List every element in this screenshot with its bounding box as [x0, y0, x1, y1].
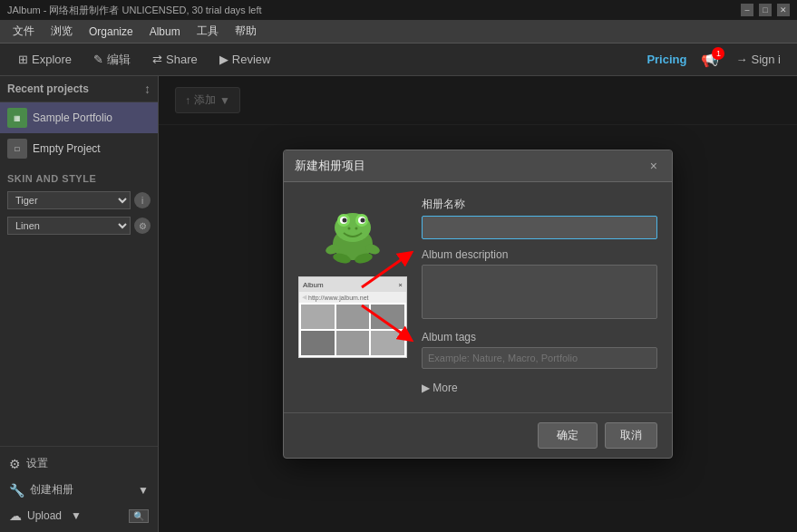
dialog-close-button[interactable]: × — [646, 159, 661, 173]
notification-button[interactable]: 📢 1 — [695, 47, 724, 72]
edit-button[interactable]: ✎ 编辑 — [84, 48, 140, 72]
album-description-textarea[interactable] — [422, 265, 657, 319]
notification-badge: 1 — [712, 47, 724, 60]
share-button[interactable]: ⇄ Share — [143, 49, 207, 70]
project-icon-sample: ▦ — [7, 108, 27, 128]
recent-projects-label: Recent projects — [7, 82, 89, 95]
svg-point-7 — [361, 218, 365, 223]
album-tags-label: Album tags — [422, 331, 657, 343]
preview-close: × — [398, 281, 403, 289]
album-preview-titlebar: Album × — [299, 277, 406, 292]
sidebar: Recent projects ↕ ▦ Sample Portfolio □ E… — [0, 76, 159, 532]
nav-back: ◀ — [302, 294, 306, 301]
svg-point-8 — [348, 227, 351, 230]
edit-icon: ✎ — [93, 53, 103, 66]
frog-mascot — [316, 197, 389, 269]
project-thumbnail: ▦ — [14, 114, 21, 122]
project-icon-empty: □ — [7, 139, 27, 159]
explore-button[interactable]: ⊞ Explore — [9, 49, 81, 70]
project-thumbnail-empty: □ — [15, 145, 20, 153]
signin-icon: → — [735, 53, 747, 66]
menu-item-help[interactable]: 帮助 — [228, 21, 264, 42]
album-preview-content — [299, 303, 406, 357]
thumb-5 — [336, 331, 370, 355]
album-name-input[interactable] — [422, 216, 657, 239]
window-title: JAlbum - 网络相册制作者 UNLICENSED, 30 trial da… — [7, 4, 262, 17]
album-preview: Album × ◀ http://www.jalbum.net — [298, 276, 407, 358]
menu-bar: 文件 浏览 Organize Album 工具 帮助 — [0, 20, 797, 44]
new-album-dialog: 新建相册项目 × — [283, 150, 673, 459]
content-area: ↑ 添加 ▼ 新建相册项目 × — [159, 76, 797, 532]
share-icon: ⇄ — [152, 53, 162, 66]
dialog-overlay: 新建相册项目 × — [159, 76, 797, 532]
dialog-mascot-column: Album × ◀ http://www.jalbum.net — [298, 197, 407, 398]
pricing-link[interactable]: Pricing — [641, 49, 692, 70]
explore-icon: ⊞ — [18, 53, 28, 66]
album-description-label: Album description — [422, 248, 657, 261]
style-select-row: Linen ⚙ — [0, 213, 158, 238]
svg-point-9 — [355, 227, 358, 230]
album-tags-input[interactable] — [422, 347, 657, 369]
svg-point-6 — [343, 218, 347, 223]
skin-style-section: Skin and style — [0, 164, 158, 188]
close-window-button[interactable]: ✕ — [777, 4, 790, 16]
dialog-form: 相册名称 Album description Album tags ▶ More — [422, 197, 657, 398]
top-nav-bar: ⊞ Explore ✎ 编辑 ⇄ Share ▶ Review Pricing … — [0, 44, 797, 76]
upload-button[interactable]: ☁ Upload ▼ 🔍 — [0, 503, 158, 528]
create-icon: 🔧 — [9, 483, 24, 498]
dialog-footer: 确定 取消 — [284, 412, 672, 458]
thumb-6 — [371, 331, 404, 355]
sidebar-item-empty-project[interactable]: □ Empty Project — [0, 133, 158, 164]
menu-item-organize[interactable]: Organize — [82, 23, 141, 41]
minimize-button[interactable]: – — [741, 4, 753, 16]
thumb-1 — [301, 305, 335, 329]
window-controls: – □ ✕ — [741, 4, 790, 16]
sort-icon[interactable]: ↕ — [144, 82, 151, 96]
settings-icon: ⚙ — [9, 457, 21, 471]
ok-button[interactable]: 确定 — [538, 422, 598, 449]
dialog-body: Album × ◀ http://www.jalbum.net — [284, 182, 672, 412]
skin-select-row: Tiger i — [0, 188, 158, 213]
upload-dropdown-icon: ▼ — [71, 509, 82, 522]
menu-item-file[interactable]: 文件 — [5, 21, 42, 42]
menu-item-tools[interactable]: 工具 — [190, 21, 226, 42]
dialog-title-bar: 新建相册项目 × — [284, 150, 672, 182]
maximize-button[interactable]: □ — [759, 4, 772, 16]
sidebar-item-sample-portfolio[interactable]: ▦ Sample Portfolio — [0, 102, 158, 133]
cancel-button[interactable]: 取消 — [605, 422, 657, 449]
upload-search-icon[interactable]: 🔍 — [129, 509, 149, 523]
skin-dropdown[interactable]: Tiger — [7, 191, 131, 209]
menu-item-album[interactable]: Album — [142, 23, 188, 41]
main-area: Recent projects ↕ ▦ Sample Portfolio □ E… — [0, 76, 797, 532]
settings-button[interactable]: ⚙ 设置 — [0, 450, 158, 477]
dialog-title: 新建相册项目 — [295, 158, 365, 174]
style-dropdown[interactable]: Linen — [7, 217, 131, 235]
dropdown-arrow-icon: ▼ — [138, 484, 149, 497]
review-icon: ▶ — [219, 53, 228, 66]
create-album-button[interactable]: 🔧 创建相册 ▼ — [0, 477, 158, 503]
title-bar: JAlbum - 网络相册制作者 UNLICENSED, 30 trial da… — [0, 0, 797, 20]
album-preview-nav: ◀ http://www.jalbum.net — [299, 292, 406, 303]
sidebar-bottom: ⚙ 设置 🔧 创建相册 ▼ ☁ Upload ▼ 🔍 — [0, 446, 158, 532]
skin-info-button[interactable]: i — [134, 192, 151, 208]
review-button[interactable]: ▶ Review — [210, 49, 280, 70]
thumb-3 — [371, 305, 404, 329]
project-name-sample: Sample Portfolio — [33, 111, 112, 124]
nav-url: http://www.jalbum.net — [308, 295, 403, 301]
thumb-2 — [336, 305, 370, 329]
thumb-4 — [301, 331, 335, 355]
upload-icon: ☁ — [9, 508, 22, 523]
sign-in-button[interactable]: → Sign i — [728, 49, 788, 70]
more-section[interactable]: ▶ More — [422, 378, 657, 398]
menu-item-browse[interactable]: 浏览 — [44, 21, 80, 42]
project-name-empty: Empty Project — [33, 142, 101, 155]
sidebar-header: Recent projects ↕ — [0, 76, 158, 102]
album-name-label: 相册名称 — [422, 197, 657, 212]
style-settings-button[interactable]: ⚙ — [134, 218, 151, 234]
